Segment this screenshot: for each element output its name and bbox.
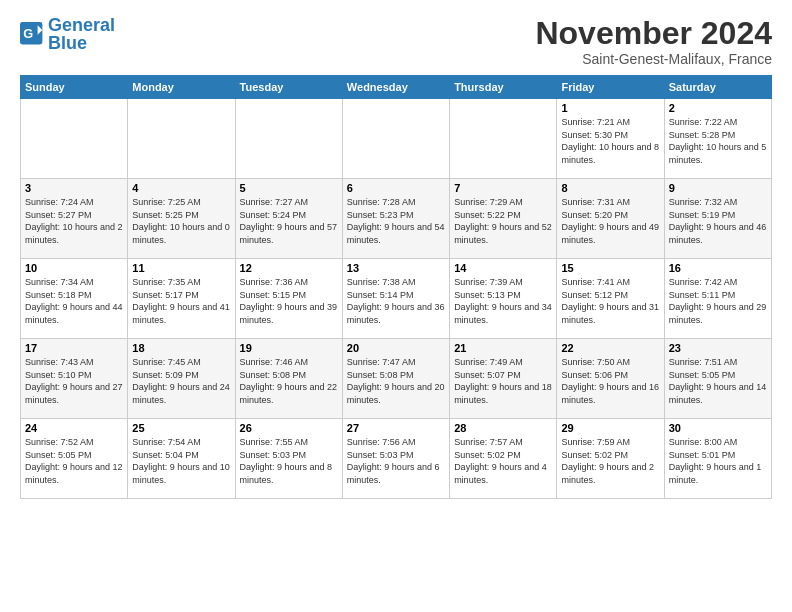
calendar-cell: 21Sunrise: 7:49 AM Sunset: 5:07 PM Dayli…: [450, 339, 557, 419]
day-info: Sunrise: 7:28 AM Sunset: 5:23 PM Dayligh…: [347, 196, 445, 246]
calendar-cell: 22Sunrise: 7:50 AM Sunset: 5:06 PM Dayli…: [557, 339, 664, 419]
day-info: Sunrise: 7:54 AM Sunset: 5:04 PM Dayligh…: [132, 436, 230, 486]
day-info: Sunrise: 7:49 AM Sunset: 5:07 PM Dayligh…: [454, 356, 552, 406]
day-number: 16: [669, 262, 767, 274]
day-number: 14: [454, 262, 552, 274]
calendar-cell: 6Sunrise: 7:28 AM Sunset: 5:23 PM Daylig…: [342, 179, 449, 259]
calendar-week-row: 1Sunrise: 7:21 AM Sunset: 5:30 PM Daylig…: [21, 99, 772, 179]
calendar-cell: 12Sunrise: 7:36 AM Sunset: 5:15 PM Dayli…: [235, 259, 342, 339]
day-info: Sunrise: 7:42 AM Sunset: 5:11 PM Dayligh…: [669, 276, 767, 326]
calendar-cell: 15Sunrise: 7:41 AM Sunset: 5:12 PM Dayli…: [557, 259, 664, 339]
day-number: 24: [25, 422, 123, 434]
day-info: Sunrise: 7:51 AM Sunset: 5:05 PM Dayligh…: [669, 356, 767, 406]
calendar-cell: 5Sunrise: 7:27 AM Sunset: 5:24 PM Daylig…: [235, 179, 342, 259]
day-number: 9: [669, 182, 767, 194]
day-info: Sunrise: 7:35 AM Sunset: 5:17 PM Dayligh…: [132, 276, 230, 326]
title-area: November 2024 Saint-Genest-Malifaux, Fra…: [535, 16, 772, 67]
day-number: 23: [669, 342, 767, 354]
day-info: Sunrise: 7:41 AM Sunset: 5:12 PM Dayligh…: [561, 276, 659, 326]
day-number: 21: [454, 342, 552, 354]
day-info: Sunrise: 7:27 AM Sunset: 5:24 PM Dayligh…: [240, 196, 338, 246]
day-number: 15: [561, 262, 659, 274]
day-info: Sunrise: 7:31 AM Sunset: 5:20 PM Dayligh…: [561, 196, 659, 246]
weekday-header: Saturday: [664, 76, 771, 99]
day-info: Sunrise: 7:57 AM Sunset: 5:02 PM Dayligh…: [454, 436, 552, 486]
location: Saint-Genest-Malifaux, France: [535, 51, 772, 67]
day-number: 13: [347, 262, 445, 274]
day-number: 20: [347, 342, 445, 354]
calendar-cell: 19Sunrise: 7:46 AM Sunset: 5:08 PM Dayli…: [235, 339, 342, 419]
day-info: Sunrise: 7:43 AM Sunset: 5:10 PM Dayligh…: [25, 356, 123, 406]
calendar-week-row: 3Sunrise: 7:24 AM Sunset: 5:27 PM Daylig…: [21, 179, 772, 259]
calendar-table: SundayMondayTuesdayWednesdayThursdayFrid…: [20, 75, 772, 499]
weekday-header: Monday: [128, 76, 235, 99]
day-number: 5: [240, 182, 338, 194]
calendar-cell: 2Sunrise: 7:22 AM Sunset: 5:28 PM Daylig…: [664, 99, 771, 179]
calendar-cell: 30Sunrise: 8:00 AM Sunset: 5:01 PM Dayli…: [664, 419, 771, 499]
day-number: 25: [132, 422, 230, 434]
day-number: 17: [25, 342, 123, 354]
day-info: Sunrise: 8:00 AM Sunset: 5:01 PM Dayligh…: [669, 436, 767, 486]
day-info: Sunrise: 7:45 AM Sunset: 5:09 PM Dayligh…: [132, 356, 230, 406]
calendar-cell: 25Sunrise: 7:54 AM Sunset: 5:04 PM Dayli…: [128, 419, 235, 499]
calendar-cell: 24Sunrise: 7:52 AM Sunset: 5:05 PM Dayli…: [21, 419, 128, 499]
day-info: Sunrise: 7:59 AM Sunset: 5:02 PM Dayligh…: [561, 436, 659, 486]
day-info: Sunrise: 7:34 AM Sunset: 5:18 PM Dayligh…: [25, 276, 123, 326]
day-info: Sunrise: 7:46 AM Sunset: 5:08 PM Dayligh…: [240, 356, 338, 406]
calendar-cell: [21, 99, 128, 179]
day-number: 18: [132, 342, 230, 354]
calendar-cell: 13Sunrise: 7:38 AM Sunset: 5:14 PM Dayli…: [342, 259, 449, 339]
day-number: 3: [25, 182, 123, 194]
calendar-week-row: 10Sunrise: 7:34 AM Sunset: 5:18 PM Dayli…: [21, 259, 772, 339]
logo-icon: G: [20, 22, 44, 46]
calendar-cell: 10Sunrise: 7:34 AM Sunset: 5:18 PM Dayli…: [21, 259, 128, 339]
weekday-header: Thursday: [450, 76, 557, 99]
page: G General Blue November 2024 Saint-Genes…: [0, 0, 792, 509]
calendar-cell: 1Sunrise: 7:21 AM Sunset: 5:30 PM Daylig…: [557, 99, 664, 179]
day-number: 6: [347, 182, 445, 194]
day-info: Sunrise: 7:47 AM Sunset: 5:08 PM Dayligh…: [347, 356, 445, 406]
calendar-cell: [450, 99, 557, 179]
day-number: 28: [454, 422, 552, 434]
day-info: Sunrise: 7:22 AM Sunset: 5:28 PM Dayligh…: [669, 116, 767, 166]
day-number: 11: [132, 262, 230, 274]
day-number: 26: [240, 422, 338, 434]
calendar-cell: 23Sunrise: 7:51 AM Sunset: 5:05 PM Dayli…: [664, 339, 771, 419]
day-number: 30: [669, 422, 767, 434]
day-number: 22: [561, 342, 659, 354]
logo-text-line2: Blue: [48, 34, 115, 52]
day-number: 4: [132, 182, 230, 194]
calendar-cell: 27Sunrise: 7:56 AM Sunset: 5:03 PM Dayli…: [342, 419, 449, 499]
calendar-cell: 9Sunrise: 7:32 AM Sunset: 5:19 PM Daylig…: [664, 179, 771, 259]
day-info: Sunrise: 7:21 AM Sunset: 5:30 PM Dayligh…: [561, 116, 659, 166]
calendar-cell: 29Sunrise: 7:59 AM Sunset: 5:02 PM Dayli…: [557, 419, 664, 499]
calendar-cell: 14Sunrise: 7:39 AM Sunset: 5:13 PM Dayli…: [450, 259, 557, 339]
calendar-cell: 7Sunrise: 7:29 AM Sunset: 5:22 PM Daylig…: [450, 179, 557, 259]
calendar-cell: 17Sunrise: 7:43 AM Sunset: 5:10 PM Dayli…: [21, 339, 128, 419]
logo: G General Blue: [20, 16, 115, 52]
calendar-cell: 11Sunrise: 7:35 AM Sunset: 5:17 PM Dayli…: [128, 259, 235, 339]
day-number: 8: [561, 182, 659, 194]
day-info: Sunrise: 7:50 AM Sunset: 5:06 PM Dayligh…: [561, 356, 659, 406]
day-number: 29: [561, 422, 659, 434]
day-number: 7: [454, 182, 552, 194]
day-info: Sunrise: 7:39 AM Sunset: 5:13 PM Dayligh…: [454, 276, 552, 326]
day-info: Sunrise: 7:24 AM Sunset: 5:27 PM Dayligh…: [25, 196, 123, 246]
day-info: Sunrise: 7:36 AM Sunset: 5:15 PM Dayligh…: [240, 276, 338, 326]
logo-text-line1: General: [48, 16, 115, 34]
weekday-header: Sunday: [21, 76, 128, 99]
calendar-cell: 4Sunrise: 7:25 AM Sunset: 5:25 PM Daylig…: [128, 179, 235, 259]
calendar-cell: [235, 99, 342, 179]
calendar-week-row: 24Sunrise: 7:52 AM Sunset: 5:05 PM Dayli…: [21, 419, 772, 499]
day-info: Sunrise: 7:38 AM Sunset: 5:14 PM Dayligh…: [347, 276, 445, 326]
day-number: 12: [240, 262, 338, 274]
calendar-cell: 16Sunrise: 7:42 AM Sunset: 5:11 PM Dayli…: [664, 259, 771, 339]
day-number: 2: [669, 102, 767, 114]
day-info: Sunrise: 7:29 AM Sunset: 5:22 PM Dayligh…: [454, 196, 552, 246]
day-info: Sunrise: 7:25 AM Sunset: 5:25 PM Dayligh…: [132, 196, 230, 246]
day-number: 19: [240, 342, 338, 354]
weekday-header: Tuesday: [235, 76, 342, 99]
calendar-cell: 8Sunrise: 7:31 AM Sunset: 5:20 PM Daylig…: [557, 179, 664, 259]
day-info: Sunrise: 7:32 AM Sunset: 5:19 PM Dayligh…: [669, 196, 767, 246]
calendar-cell: [342, 99, 449, 179]
